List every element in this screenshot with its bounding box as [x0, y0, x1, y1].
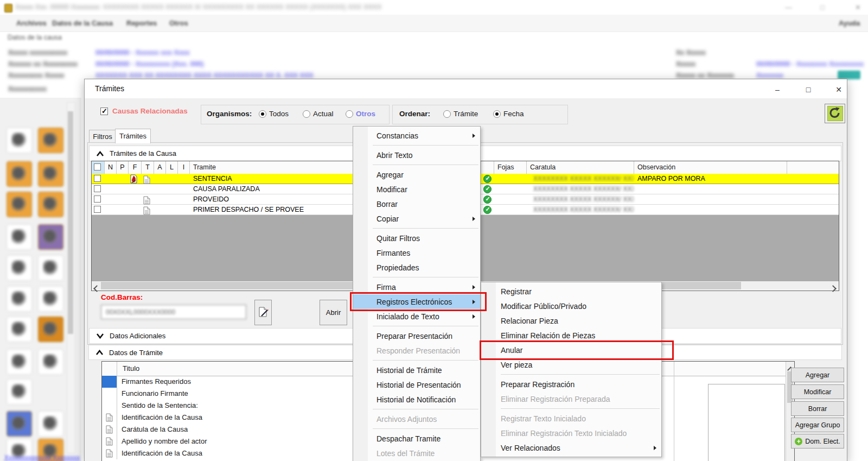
context-menu: Constancias Abrir Texto Agregar Modifica… — [353, 126, 481, 461]
ordenar-fecha-radio[interactable] — [493, 110, 501, 118]
titulo-cell: Funcionario Firmante — [122, 389, 188, 397]
col-p[interactable]: P — [117, 161, 129, 174]
scroll-left-icon[interactable] — [94, 283, 99, 293]
sidebar-tool-icon[interactable] — [38, 255, 63, 281]
submenu-item-preparar-registracion[interactable]: Preparar Registración — [481, 377, 661, 391]
organismos-actual-radio[interactable] — [303, 110, 310, 118]
sidebar-tool-icon[interactable] — [38, 161, 63, 187]
organismos-otros-label[interactable]: Otros — [356, 110, 375, 118]
tab-tramites[interactable]: Trámites — [115, 129, 151, 143]
titulo-column-header[interactable]: Titulo — [123, 364, 139, 372]
sidebar-tool-icon[interactable] — [7, 317, 32, 342]
submenu-item-registrar[interactable]: Registrar — [481, 284, 661, 299]
col-l[interactable]: L — [166, 161, 178, 174]
menu-item-propiedades[interactable]: Propiedades — [353, 260, 480, 275]
col-t[interactable]: T — [142, 161, 154, 174]
submenu-item-modificar-publico-privado[interactable]: Modificar Público/Privado — [481, 299, 661, 313]
menu-item-abrir-texto[interactable]: Abrir Texto — [353, 148, 480, 162]
menu-item-constancias[interactable]: Constancias — [353, 128, 480, 143]
sidebar-tool-icon[interactable] — [7, 192, 32, 217]
ordenar-fecha-label[interactable]: Fecha — [503, 110, 524, 118]
causas-relacionadas-checkbox[interactable] — [100, 108, 108, 115]
bg-menu-reportes[interactable]: Reportes — [126, 19, 157, 27]
ordenar-tramite-label[interactable]: Trámite — [454, 110, 478, 118]
menu-item-agregar[interactable]: Agregar — [353, 167, 480, 182]
agregar-button[interactable]: Agregar — [791, 368, 844, 382]
menu-item-historial-de-presentacion[interactable]: Historial de Presentación — [353, 377, 480, 392]
menu-item-preparar-presentacion[interactable]: Preparar Presentación — [353, 329, 480, 343]
col-a[interactable]: A — [154, 161, 166, 174]
bg-close-button[interactable]: ✕ — [855, 3, 861, 11]
sidebar-tool-icon[interactable] — [7, 286, 32, 312]
menu-item-historial-de-tramite[interactable]: Historial de Trámite — [353, 363, 480, 377]
sidebar-tool-icon[interactable] — [7, 128, 32, 153]
col-fojas[interactable]: Fojas — [494, 161, 527, 174]
bg-small-button[interactable] — [838, 71, 860, 79]
sidebar-tool-icon[interactable] — [7, 161, 32, 187]
sidebar-tool-icon[interactable] — [38, 224, 63, 250]
organismos-actual-label[interactable]: Actual — [313, 110, 334, 118]
bg-maximize-button[interactable]: □ — [820, 3, 825, 11]
sidebar-tool-icon[interactable] — [38, 192, 63, 217]
menu-item-firmantes[interactable]: Firmantes — [353, 245, 480, 260]
sidebar-tool-icon[interactable] — [7, 379, 32, 405]
sidebar-tool-icon[interactable] — [38, 128, 63, 153]
select-all-checkbox[interactable] — [94, 163, 101, 170]
row-checkbox[interactable] — [94, 175, 101, 182]
agregar-grupo-button[interactable]: Agregar Grupo — [791, 418, 844, 432]
submenu-item-relacionar-pieza[interactable]: Relacionar Pieza — [481, 313, 661, 328]
sidebar-tool-icon[interactable] — [7, 224, 32, 250]
tab-filtros[interactable]: Filtros — [89, 130, 116, 143]
submenu-item-ver-relacionados[interactable]: Ver Relacionados — [481, 440, 661, 455]
menu-item-borrar[interactable]: Borrar — [353, 197, 480, 211]
bg-menu-ayuda[interactable]: Ayuda — [839, 19, 860, 27]
minimize-button[interactable]: – — [771, 85, 783, 94]
sidebar-tool-icon[interactable] — [38, 317, 63, 342]
organismos-otros-radio[interactable] — [346, 110, 353, 118]
col-observacion[interactable]: Observación — [634, 161, 787, 174]
sidebar-tool-icon[interactable] — [7, 411, 32, 437]
modificar-button[interactable]: Modificar — [791, 384, 844, 399]
col-caratula[interactable]: Caratula — [527, 161, 634, 174]
col-n[interactable]: N — [105, 161, 117, 174]
menu-item-registros-electronicos[interactable]: Registros Electrónicos — [353, 294, 480, 309]
header-select-all[interactable] — [92, 161, 105, 174]
organismos-todos-label[interactable]: Todos — [269, 110, 289, 118]
refresh-button[interactable] — [825, 104, 845, 123]
submenu-item-anular[interactable]: Anular — [481, 343, 661, 357]
menu-item-copiar[interactable]: Copiar — [353, 211, 480, 226]
bg-pending-link[interactable]: Xxxxxxxxxxxxxx Xxxxxxxx — [4, 454, 80, 461]
sidebar-tool-icon[interactable] — [38, 411, 63, 437]
bg-menu-otros[interactable]: Otros — [169, 19, 188, 27]
bg-minimize-button[interactable]: — — [785, 3, 792, 11]
menu-separator — [353, 143, 480, 148]
scroll-right-icon[interactable] — [831, 283, 835, 293]
codbarras-input[interactable]: 00X0XXL0000XXX0000 — [101, 305, 246, 319]
abrir-button[interactable]: Abrir — [320, 300, 347, 325]
col-i[interactable]: I — [178, 161, 190, 174]
maximize-button[interactable]: □ — [802, 85, 814, 94]
sidebar-tool-icon[interactable] — [38, 286, 63, 312]
row-checkbox[interactable] — [94, 206, 101, 213]
submenu-item-ver-pieza[interactable]: Ver pieza — [481, 357, 661, 372]
row-checkbox[interactable] — [94, 195, 101, 203]
menu-item-despachar-tramite[interactable]: Despachar Tramite — [353, 431, 480, 446]
sidebar-tool-icon[interactable] — [7, 349, 32, 375]
sidebar-tool-icon[interactable] — [7, 255, 32, 281]
menu-item-modificar[interactable]: Modificar — [353, 182, 480, 197]
organismos-todos-radio[interactable] — [259, 110, 266, 118]
submenu-item-eliminar-relacion-de-piezas[interactable]: Eliminar Relación de Piezas — [481, 328, 661, 343]
close-button[interactable]: ✕ — [833, 85, 845, 94]
codbarras-edit-button[interactable] — [254, 300, 272, 325]
menu-item-firma[interactable]: Firma — [353, 280, 480, 294]
col-f[interactable]: F — [129, 161, 142, 174]
dom-elect-button[interactable]: +Dom. Elect. — [791, 434, 844, 449]
borrar-button[interactable]: Borrar — [791, 401, 844, 416]
col-tramite[interactable]: Tramite — [190, 161, 374, 174]
menu-item-historial-de-notificacion[interactable]: Historial de Notificación — [353, 392, 480, 407]
ordenar-tramite-radio[interactable] — [443, 110, 451, 118]
row-checkbox[interactable] — [94, 185, 101, 192]
menu-item-inicialado-de-texto[interactable]: Inicialado de Texto — [353, 309, 480, 324]
menu-item-quitar-filtros[interactable]: Quitar Filtros — [353, 231, 480, 245]
sidebar-tool-icon[interactable] — [38, 349, 63, 375]
